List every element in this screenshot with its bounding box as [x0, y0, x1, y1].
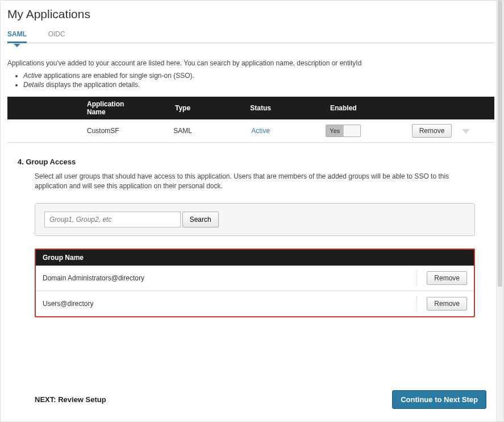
tab-label: SAML	[7, 30, 27, 38]
group-search-input[interactable]	[44, 212, 181, 227]
tab-label: OIDC	[48, 30, 65, 38]
cell-actions: Remove	[387, 119, 494, 143]
search-button[interactable]: Search	[182, 212, 219, 227]
continue-button[interactable]: Continue to Next Step	[392, 390, 486, 409]
intro-list: Active applications are enabled for sing…	[23, 72, 494, 89]
toggle-on-label: Yes	[326, 125, 343, 136]
footer: NEXT: Review Setup Continue to Next Step	[35, 390, 486, 409]
remove-button[interactable]: Remove	[427, 271, 467, 285]
search-panel: Search	[35, 203, 475, 236]
list-item-text: applications are enabled for single sign…	[42, 72, 194, 80]
group-table-header: Group Name	[36, 250, 474, 266]
divider	[416, 270, 417, 286]
tab-saml[interactable]: SAML	[7, 27, 27, 43]
list-item: Details displays the application details…	[23, 81, 494, 89]
applications-table: Application Name Type Status Enabled Cus…	[7, 97, 494, 143]
section-heading: 4. Group Access	[18, 158, 494, 166]
next-step-label: NEXT: Review Setup	[35, 395, 106, 404]
remove-button[interactable]: Remove	[412, 124, 452, 138]
cell-enabled: Yes	[299, 119, 387, 143]
remove-button[interactable]: Remove	[427, 297, 467, 311]
scrollbar-thumb[interactable]	[498, 1, 502, 287]
scrollbar[interactable]	[496, 1, 503, 421]
tabs: SAML OIDC	[7, 27, 494, 43]
cell-status: Active	[222, 119, 299, 143]
group-name: Domain Administrators@directory	[43, 274, 144, 282]
table-row: Domain Administrators@directory Remove	[36, 266, 474, 291]
col-actions	[387, 97, 494, 119]
list-item-text: displays the application details.	[44, 81, 140, 89]
emphasis: Active	[23, 72, 42, 80]
list-item: Active applications are enabled for sing…	[23, 72, 494, 80]
table-row: Users@directory Remove	[36, 291, 474, 316]
group-table: Group Name Domain Administrators@directo…	[35, 249, 475, 317]
caret-down-icon	[14, 44, 20, 47]
page-title: My Applications	[7, 7, 494, 21]
cell-app-name: CustomSF	[7, 119, 144, 143]
cell-type: SAML	[144, 119, 222, 143]
col-app-name: Application Name	[7, 97, 144, 119]
intro-text: Applications you've added to your accoun…	[7, 59, 494, 67]
enabled-toggle[interactable]: Yes	[326, 125, 361, 137]
divider	[416, 296, 417, 312]
group-name: Users@directory	[43, 300, 94, 308]
section-description: Select all user groups that should have …	[35, 172, 475, 192]
tab-oidc[interactable]: OIDC	[48, 27, 65, 43]
emphasis: Details	[23, 81, 44, 89]
table-row: CustomSF SAML Active Yes Remove	[7, 119, 494, 143]
chevron-down-icon[interactable]	[462, 129, 470, 134]
col-status: Status	[222, 97, 299, 119]
col-type: Type	[144, 97, 222, 119]
status-link[interactable]: Active	[251, 127, 270, 135]
toggle-off-segment	[343, 125, 360, 136]
col-enabled: Enabled	[299, 97, 387, 119]
